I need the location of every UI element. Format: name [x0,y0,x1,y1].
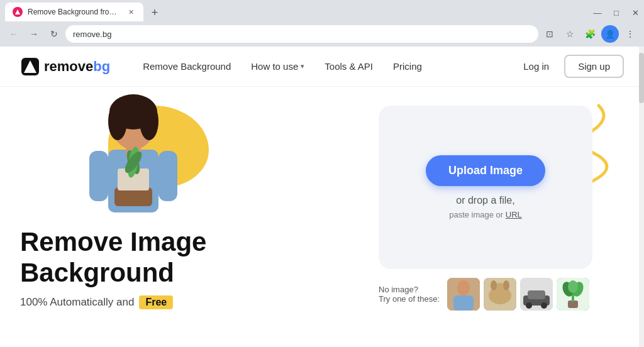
hero-image-wrapper [52,93,228,219]
close-window-button[interactable]: ✕ [626,4,644,21]
svg-point-35 [568,280,578,293]
free-badge: Free [139,295,173,309]
scrollbar[interactable] [639,47,644,347]
navbar: removebg Remove Background How to use ▾ … [0,47,644,87]
active-tab[interactable]: Remove Background from Im... ✕ [5,3,143,21]
sample-image-person[interactable] [447,278,480,311]
person-svg [70,93,196,219]
hero-person-image [70,93,196,219]
drop-text: or drop a file, [456,195,514,206]
tab-close-button[interactable]: ✕ [126,7,136,17]
sample-images-row: No image? Try one of these: [379,278,592,311]
drop-subtext: paste image or URL [449,210,522,219]
signup-button[interactable]: Sign up [564,55,624,78]
svg-point-23 [491,280,497,290]
upload-image-button[interactable]: Upload Image [426,155,545,186]
nav-how-to-use[interactable]: How to use ▾ [243,56,312,77]
svg-point-24 [503,280,509,290]
logo[interactable]: removebg [20,57,110,77]
how-to-use-chevron: ▾ [301,62,304,70]
scrollbar-thumb[interactable] [639,53,644,103]
svg-point-29 [541,302,547,309]
cast-button[interactable]: ⊡ [541,25,558,43]
upload-card: Upload Image or drop a file, paste image… [379,106,592,269]
nav-tools-api[interactable]: Tools & API [317,56,380,77]
sample-image-dog[interactable] [484,278,516,311]
address-bar-row: ← → ↻ ⊡ ☆ 🧩 👤 ⋮ [0,21,644,47]
left-section: Remove Image Background 100% Automatical… [20,99,347,347]
main-content: Remove Image Background 100% Automatical… [0,87,644,347]
extensions-button[interactable]: 🧩 [581,25,599,43]
sample-images [447,278,589,311]
svg-point-6 [140,102,158,140]
sample-label: No image? Try one of these: [379,285,440,304]
tab-title: Remove Background from Im... [28,8,121,16]
login-button[interactable]: Log in [516,56,557,77]
svg-point-5 [108,102,127,140]
svg-point-18 [457,280,470,295]
hero-title: Remove Image Background [20,227,206,288]
logo-text: removebg [44,58,110,75]
nav-auth: Log in Sign up [516,55,624,78]
tab-favicon [13,7,23,17]
nav-remove-background[interactable]: Remove Background [135,56,238,77]
minimize-button[interactable]: — [589,4,606,21]
website-content: removebg Remove Background How to use ▾ … [0,47,644,347]
right-section: Upload Image or drop a file, paste image… [347,99,624,347]
svg-rect-9 [89,151,108,201]
hero-text: Remove Image Background 100% Automatical… [20,227,206,309]
maximize-button[interactable]: □ [608,4,625,21]
svg-marker-0 [15,9,20,14]
forward-button[interactable]: → [25,25,43,43]
menu-button[interactable]: ⋮ [621,25,639,43]
reload-button[interactable]: ↻ [45,25,63,43]
back-button[interactable]: ← [5,25,23,43]
browser-actions: ⊡ ☆ 🧩 👤 ⋮ [541,25,639,43]
address-input[interactable] [65,25,538,43]
nav-links: Remove Background How to use ▾ Tools & A… [135,56,516,77]
svg-rect-27 [528,290,545,299]
profile-button[interactable]: 👤 [601,25,619,43]
nav-pricing[interactable]: Pricing [386,56,430,77]
bookmark-button[interactable]: ☆ [561,25,579,43]
new-tab-button[interactable]: + [146,4,164,21]
svg-point-28 [526,302,532,309]
url-link[interactable]: URL [506,210,522,219]
tab-bar: Remove Background from Im... ✕ + — □ ✕ [0,0,644,21]
sample-image-plant[interactable] [557,278,589,311]
sample-image-car[interactable] [520,278,553,311]
hero-subtitle: 100% Automatically and Free [20,295,206,309]
logo-icon [20,57,40,77]
svg-rect-19 [453,295,474,311]
svg-rect-10 [158,151,177,201]
